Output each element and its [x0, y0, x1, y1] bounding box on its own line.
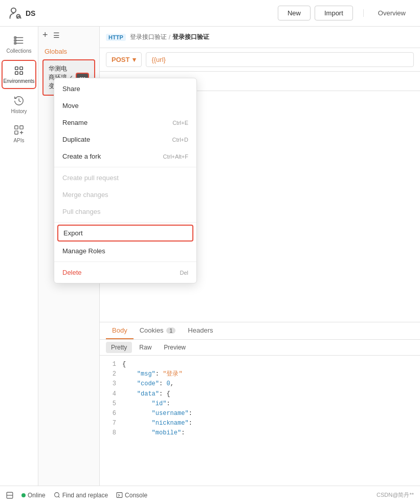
menu-item-pull-request: Create pull request	[54, 169, 196, 186]
search-icon	[54, 492, 60, 498]
fork-shortcut: Ctrl+Alt+F	[163, 154, 188, 160]
context-menu: Share Move Rename Ctrl+E Duplicate Ctrl+…	[54, 78, 197, 283]
user-avatar[interactable]: DS	[8, 6, 35, 20]
method-label: POST	[112, 56, 129, 63]
menu-item-move[interactable]: Move	[54, 97, 196, 114]
menu-item-manage-roles[interactable]: Manage Roles	[54, 243, 196, 259]
breadcrumb-current: 登录接口验证	[172, 33, 209, 41]
user-label: DS	[26, 9, 35, 17]
menu-item-pull: Pull changes	[54, 203, 196, 220]
menu-item-delete[interactable]: Delete Del	[54, 264, 196, 281]
sidebar-item-apis[interactable]: APIs	[2, 120, 36, 147]
top-bar-right: Overview	[363, 9, 412, 17]
resp-line-8: 8 "mobile":	[106, 428, 414, 438]
overview-tab[interactable]: Overview	[372, 6, 412, 20]
response-tabs: Body Cookies 1 Headers	[100, 322, 420, 340]
resp-line-4: 4 "data": {	[106, 389, 414, 399]
collections-icon	[13, 35, 25, 46]
svg-point-14	[54, 493, 59, 497]
history-icon	[13, 95, 25, 106]
cookies-badge: 1	[166, 327, 175, 334]
watermark: CSDN@简丹**	[377, 491, 414, 499]
resp-line-3: 3 "code": 0,	[106, 379, 414, 389]
response-code-area: 1 { 2 "msg": "登录" 3 "code": 0, 4 "data":…	[100, 356, 420, 486]
breadcrumb: 登录接口验证 / 登录接口验证	[130, 33, 209, 41]
add-env-button[interactable]: +	[42, 30, 48, 40]
svg-point-0	[11, 8, 16, 12]
svg-rect-8	[20, 72, 23, 75]
menu-item-merge: Merge changes	[54, 186, 196, 203]
method-chevron-icon: ▾	[132, 56, 136, 63]
find-replace-label: Find and replace	[62, 492, 108, 499]
filter-button[interactable]: ☰	[53, 31, 60, 39]
fmt-tab-preview[interactable]: Preview	[159, 342, 191, 353]
menu-item-rename[interactable]: Rename Ctrl+E	[54, 114, 196, 131]
sidebar-icons: Collections Environments History	[0, 27, 38, 486]
resp-line-6: 6 "username":	[106, 409, 414, 419]
import-button[interactable]: Import	[315, 6, 353, 20]
main-layout: Collections Environments History	[0, 27, 420, 486]
secondary-sidebar: + ☰ Globals 华测电商环境变量 ✓ ••• Share Move	[38, 27, 100, 486]
environments-label: Environments	[3, 78, 34, 84]
http-badge: HTTP	[106, 34, 126, 41]
resp-line-5: 5 "id":	[106, 399, 414, 409]
sidebar-item-environments[interactable]: Environments	[2, 60, 36, 89]
svg-rect-9	[15, 126, 18, 129]
menu-divider-3	[54, 261, 196, 262]
fmt-tab-pretty[interactable]: Pretty	[106, 342, 132, 353]
bottom-bar: Online Find and replace Console CSDN@简丹*…	[0, 486, 420, 504]
method-select[interactable]: POST ▾	[106, 52, 142, 67]
svg-rect-11	[15, 131, 18, 134]
svg-rect-7	[15, 72, 18, 75]
status-dot	[21, 493, 26, 497]
menu-divider-2	[54, 222, 196, 223]
fmt-tab-raw[interactable]: Raw	[134, 342, 157, 353]
sidebar-toolbar: + ☰	[38, 27, 99, 43]
request-header: HTTP 登录接口验证 / 登录接口验证	[100, 27, 420, 48]
response-area: Body Cookies 1 Headers Pretty Raw Previe…	[100, 322, 420, 486]
bottom-layout-toggle[interactable]	[6, 492, 13, 499]
menu-divider-1	[54, 167, 196, 167]
top-bar: DS New Import Overview	[0, 0, 420, 27]
menu-item-share[interactable]: Share	[54, 80, 196, 97]
svg-line-15	[58, 496, 59, 497]
globals-item[interactable]: Globals	[38, 43, 99, 59]
resp-tab-headers[interactable]: Headers	[182, 322, 219, 339]
console-label: Console	[125, 492, 147, 499]
breadcrumb-link[interactable]: 登录接口验证	[130, 33, 167, 41]
svg-rect-5	[15, 67, 18, 70]
environments-icon	[13, 65, 25, 76]
resp-line-1: 1 {	[106, 360, 414, 369]
menu-item-export[interactable]: Export	[57, 225, 193, 242]
svg-rect-6	[20, 67, 23, 70]
new-button[interactable]: New	[278, 6, 311, 20]
online-status: Online	[21, 492, 46, 499]
find-replace-button[interactable]: Find and replace	[54, 492, 108, 499]
env-item-container: 华测电商环境变量 ✓ ••• Share Move Rename Ctrl+E	[38, 59, 99, 96]
url-input[interactable]	[146, 52, 414, 67]
history-label: History	[11, 108, 27, 114]
collections-label: Collections	[7, 48, 32, 54]
layout-icon	[6, 492, 13, 499]
console-button[interactable]: Console	[116, 492, 147, 499]
apis-icon	[13, 124, 25, 136]
apis-label: APIs	[13, 138, 24, 143]
delete-shortcut: Del	[180, 270, 188, 276]
menu-item-duplicate[interactable]: Duplicate Ctrl+D	[54, 131, 196, 148]
sidebar-item-collections[interactable]: Collections	[2, 31, 36, 58]
resp-line-7: 7 "nickname":	[106, 419, 414, 428]
svg-rect-10	[20, 126, 23, 129]
console-icon	[116, 492, 123, 498]
request-bar: POST ▾	[100, 48, 420, 72]
format-tabs: Pretty Raw Preview	[100, 340, 420, 356]
rename-shortcut: Ctrl+E	[172, 120, 188, 126]
menu-item-fork[interactable]: Create a fork Ctrl+Alt+F	[54, 148, 196, 165]
resp-tab-body[interactable]: Body	[106, 322, 134, 339]
sidebar-item-history[interactable]: History	[2, 91, 36, 118]
breadcrumb-sep: /	[169, 34, 170, 41]
duplicate-shortcut: Ctrl+D	[172, 137, 188, 143]
resp-tab-cookies[interactable]: Cookies 1	[134, 322, 182, 339]
top-bar-actions: New Import	[278, 6, 353, 20]
online-label: Online	[28, 492, 46, 499]
resp-line-2: 2 "msg": "登录"	[106, 369, 414, 379]
